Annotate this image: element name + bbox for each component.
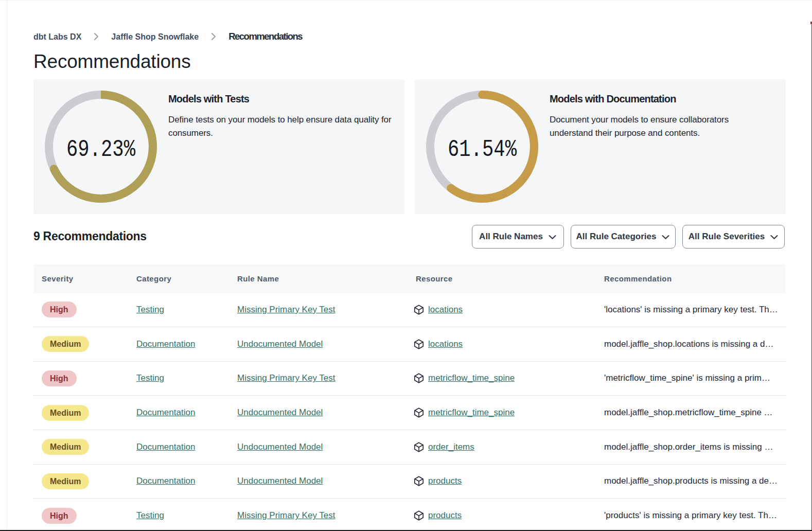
svg-text:61.54%: 61.54% xyxy=(448,136,517,163)
svg-text:69.23%: 69.23% xyxy=(66,136,135,163)
